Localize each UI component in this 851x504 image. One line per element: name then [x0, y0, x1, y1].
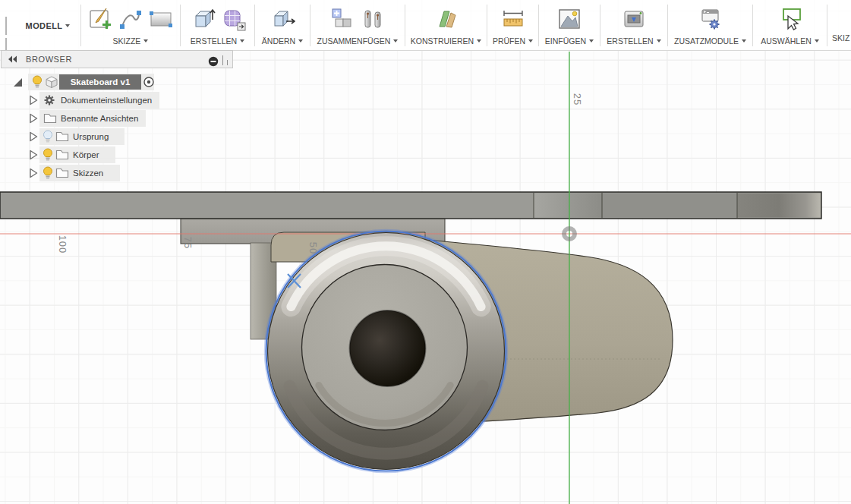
extrude-icon[interactable]: [189, 5, 216, 33]
browser-panel-title: BROWSER: [26, 55, 72, 64]
toolbar-section-zusammenfuegen: ZUSAMMENFÜGEN: [310, 0, 405, 51]
menu-konstruieren[interactable]: KONSTRUIEREN: [411, 35, 481, 47]
menu-erstellen[interactable]: ERSTELLEN: [191, 35, 244, 47]
visibility-bulb-off-icon[interactable]: [43, 128, 53, 145]
create-form-icon[interactable]: [219, 5, 247, 33]
two-point-rectangle-icon[interactable]: [147, 5, 175, 33]
toolbar-section-erstellen: ERSTELLEN: [181, 0, 254, 51]
spline-icon[interactable]: [117, 5, 144, 33]
tree-row-ursprung[interactable]: Ursprung: [0, 128, 234, 145]
expander-collapsed-icon[interactable]: [29, 128, 38, 145]
press-pull-icon[interactable]: [269, 5, 296, 33]
ruler-label-50: 50: [307, 242, 319, 254]
tree-row-dokumenteinstellungen[interactable]: Dokumenteinstellungen: [0, 92, 234, 109]
skateboard-deck[interactable]: [0, 192, 821, 219]
chevron-down-icon: [298, 39, 303, 43]
menu-zusammenfuegen[interactable]: ZUSAMMENFÜGEN: [317, 35, 399, 47]
root-component-label[interactable]: Skateboard v1: [59, 74, 141, 90]
toolbar-section-aendern: ÄNDERN: [255, 0, 310, 51]
folder-icon: [55, 165, 69, 181]
visibility-bulb-on-icon[interactable]: [32, 74, 43, 90]
toolbar-section-pruefen: PRÜFEN: [487, 0, 538, 51]
chevron-down-icon: [815, 39, 819, 43]
ruler-label-25: 25: [572, 93, 583, 106]
component-cube-icon: [45, 74, 58, 90]
expander-collapsed-icon[interactable]: [29, 92, 38, 109]
toolbar-drag-grip[interactable]: [5, 17, 11, 35]
menu-aendern[interactable]: ÄNDERN: [262, 35, 303, 47]
joint-icon[interactable]: [359, 5, 386, 33]
menu-auswaehlen[interactable]: AUSWÄHLEN: [761, 35, 819, 47]
ruler-label-75: 75: [182, 237, 194, 249]
wheel-hub[interactable]: [350, 310, 426, 386]
menu-skizze[interactable]: SKIZZE: [113, 35, 149, 47]
chevron-down-icon: [589, 39, 594, 43]
fusion360-window: 100 75 50 25 MODELL: [0, 0, 851, 504]
toolbar-section-erstellen-make: ERSTELLEN: [600, 0, 667, 51]
activate-component-radio-icon[interactable]: [143, 74, 155, 90]
workspace-menu-label: MODELL: [26, 21, 63, 30]
addins-script-icon[interactable]: [697, 5, 724, 33]
expander-collapsed-icon[interactable]: [29, 146, 38, 163]
expander-collapsed-icon[interactable]: [29, 165, 38, 181]
tree-row-koerper[interactable]: Körper: [0, 146, 234, 163]
workspace-menu[interactable]: MODELL: [17, 0, 79, 51]
expander-collapsed-icon[interactable]: [29, 110, 38, 127]
folder-icon: [55, 128, 69, 145]
menu-zusatzmodule[interactable]: ZUSATZMODULE: [674, 35, 746, 47]
menu-erstellen-make[interactable]: ERSTELLEN: [607, 35, 660, 47]
chevron-down-icon: [393, 39, 398, 43]
menu-einfuegen[interactable]: EINFÜGEN: [545, 35, 594, 47]
measure-icon[interactable]: [500, 5, 527, 33]
remove-panel-icon[interactable]: [208, 56, 219, 67]
tree-item-label: Körper: [73, 150, 99, 159]
visibility-bulb-on-icon[interactable]: [43, 146, 53, 163]
collapse-panel-icon[interactable]: [7, 54, 19, 65]
chevron-down-icon: [240, 39, 244, 43]
chevron-down-icon: [143, 39, 148, 43]
toolbar-section-auswaehlen: AUSWÄHLEN: [753, 0, 827, 51]
document-settings-gear-icon: [43, 92, 55, 109]
tree-item-label: Dokumenteinstellungen: [61, 96, 152, 105]
tree-row-root[interactable]: Skateboard v1: [0, 74, 234, 90]
make-3d-print-icon[interactable]: [620, 5, 648, 33]
visibility-bulb-on-icon[interactable]: [43, 165, 53, 181]
toolbar-section-konstruieren: KONSTRUIEREN: [405, 0, 487, 51]
menu-pruefen[interactable]: PRÜFEN: [493, 35, 533, 47]
chevron-down-icon: [65, 24, 70, 27]
toolbar-section-zusatzmodule: ZUSATZMODULE: [668, 0, 752, 51]
ribbon-toolbar: MODELL SKIZZE: [0, 0, 851, 51]
tree-item-label: Skizzen: [73, 169, 103, 178]
select-icon[interactable]: [777, 5, 804, 33]
tree-item-label: Benannte Ansichten: [61, 114, 138, 123]
browser-panel-header[interactable]: BROWSER: [1, 50, 233, 68]
folder-icon: [43, 110, 57, 127]
insert-canvas-icon[interactable]: [556, 5, 583, 33]
menu-overflow-skizze[interactable]: SKIZ: [832, 33, 849, 43]
chevron-down-icon: [657, 39, 661, 43]
ruler-label-100: 100: [57, 235, 68, 254]
tree-row-benannte-ansichten[interactable]: Benannte Ansichten: [0, 110, 234, 127]
chevron-down-icon: [528, 39, 533, 43]
toolbar-section-einfuegen: EINFÜGEN: [539, 0, 600, 51]
toolbar-section-skizze: SKIZZE: [81, 0, 180, 51]
combine-icon[interactable]: [329, 5, 356, 33]
tree-row-skizzen[interactable]: Skizzen: [0, 165, 234, 181]
create-sketch-icon[interactable]: [87, 5, 114, 33]
wheel[interactable]: [265, 230, 508, 473]
tree-item-label: Ursprung: [73, 132, 109, 141]
folder-icon: [55, 146, 69, 163]
chevron-down-icon: [742, 39, 746, 43]
construction-plane-icon[interactable]: [433, 5, 460, 33]
expander-expanded-icon[interactable]: [14, 78, 22, 87]
panel-resize-grip[interactable]: [222, 55, 228, 68]
chevron-down-icon: [477, 39, 481, 43]
